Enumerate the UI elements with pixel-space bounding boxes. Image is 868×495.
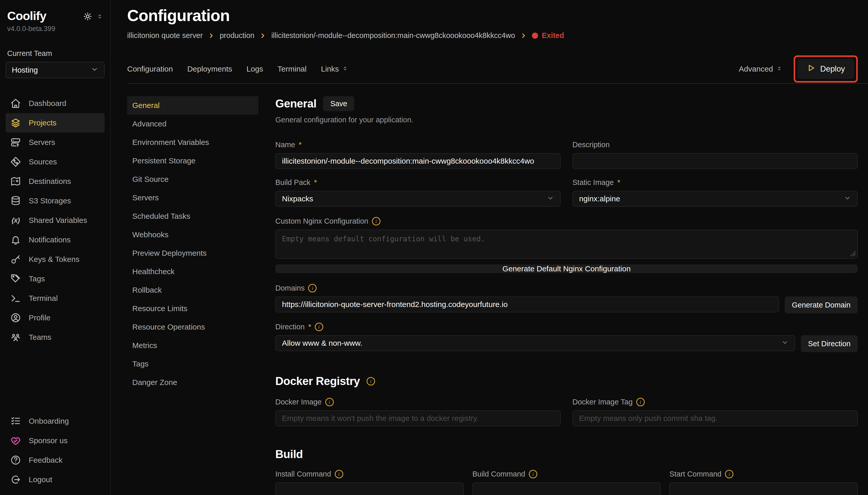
docker-image-tag-input[interactable]: [572, 410, 858, 426]
sidebar-item-notifications[interactable]: Notifications: [6, 230, 105, 250]
install-command-label: Install Command i: [275, 470, 464, 478]
name-input[interactable]: [275, 153, 561, 169]
sidebar-item-logout[interactable]: Logout: [6, 470, 105, 489]
subnav-item-git-source[interactable]: Git Source: [127, 170, 259, 188]
tab-deployments[interactable]: Deployments: [187, 65, 232, 73]
general-form: General Save General configuration for y…: [275, 96, 858, 495]
domains-field: Domains i Generate Domain: [275, 284, 858, 313]
subnav-item-environment-variables[interactable]: Environment Variables: [127, 133, 259, 152]
sidebar-item-sources[interactable]: Sources: [6, 152, 105, 172]
subnav-item-danger-zone[interactable]: Danger Zone: [127, 373, 259, 392]
server-icon: [10, 137, 21, 148]
subnav-item-metrics[interactable]: Metrics: [127, 336, 259, 355]
sidebar-item-label: Sponsor us: [29, 436, 68, 445]
sidebar-item-s3-storages[interactable]: S3 Storages: [6, 191, 105, 210]
sidebar-item-label: Keys & Tokens: [29, 255, 79, 264]
description-input[interactable]: [572, 153, 858, 169]
sidebar-item-destinations[interactable]: Destinations: [6, 172, 105, 191]
chevron-down-icon: [781, 339, 789, 348]
info-icon[interactable]: i: [308, 284, 317, 292]
app-root: Coolify v4.0.0-beta.399 Current Team Hos…: [0, 0, 868, 495]
install-command-input[interactable]: [275, 482, 464, 495]
required-asterisk: *: [299, 140, 301, 149]
chevron-down-icon: [547, 194, 554, 203]
custom-nginx-textarea[interactable]: [275, 229, 858, 259]
subnav-item-preview-deployments[interactable]: Preview Deployments: [127, 244, 259, 262]
status-text: Exited: [542, 31, 564, 40]
set-direction-button[interactable]: Set Direction: [801, 335, 858, 352]
subnav-item-advanced[interactable]: Advanced: [127, 115, 259, 133]
sidebar-item-feedback[interactable]: Feedback: [6, 450, 105, 470]
generate-nginx-button[interactable]: Generate Default Nginx Configuration: [275, 264, 858, 273]
info-icon[interactable]: i: [315, 323, 323, 331]
subnav-item-resource-limits[interactable]: Resource Limits: [127, 299, 259, 318]
database-icon: [10, 195, 21, 206]
subnav-item-rollback[interactable]: Rollback: [127, 281, 259, 299]
docker-image-input[interactable]: [275, 410, 561, 426]
sidebar-item-label: Feedback: [29, 456, 63, 464]
tab-logs[interactable]: Logs: [247, 65, 263, 73]
sidebar-item-shared-variables[interactable]: (x) Shared Variables: [6, 210, 105, 230]
subnav-item-scheduled-tasks[interactable]: Scheduled Tasks: [127, 207, 259, 225]
info-icon[interactable]: i: [335, 470, 343, 478]
team-select[interactable]: Hosting: [6, 62, 105, 78]
breadcrumb-application[interactable]: illicitestonion/-module--decomposition:m…: [271, 31, 515, 40]
build-pack-select[interactable]: Nixpacks: [275, 191, 561, 207]
users-icon: [10, 332, 21, 343]
sidebar-item-profile[interactable]: Profile: [6, 308, 105, 327]
info-icon[interactable]: i: [325, 398, 334, 406]
generate-domain-button[interactable]: Generate Domain: [785, 296, 858, 313]
start-command-input[interactable]: [669, 482, 858, 495]
sidebar-item-sponsor[interactable]: Sponsor us: [6, 431, 105, 450]
subnav-item-servers[interactable]: Servers: [127, 188, 259, 207]
direction-select[interactable]: Allow www & non-www.: [275, 335, 795, 351]
sidebar-item-onboarding[interactable]: Onboarding: [6, 411, 105, 431]
checklist-icon: [10, 416, 21, 427]
info-icon[interactable]: i: [636, 398, 645, 406]
description-label: Description: [572, 140, 858, 149]
breadcrumb-environment[interactable]: production: [220, 31, 254, 40]
bell-icon: [10, 235, 21, 245]
sidebar-item-tags[interactable]: Tags: [6, 269, 105, 289]
tab-terminal[interactable]: Terminal: [278, 65, 306, 73]
sidebar-item-label: Dashboard: [29, 99, 66, 108]
required-asterisk: *: [617, 178, 620, 187]
subnav-item-persistent-storage[interactable]: Persistent Storage: [127, 152, 259, 170]
sidebar-item-teams[interactable]: Teams: [6, 327, 105, 347]
sidebar-item-label: Tags: [29, 274, 45, 283]
info-icon[interactable]: i: [725, 470, 733, 478]
sidebar-item-servers[interactable]: Servers: [6, 133, 105, 152]
subnav-item-tags[interactable]: Tags: [127, 355, 259, 373]
tabs: Configuration Deployments Logs Terminal …: [127, 65, 348, 73]
sidebar-item-terminal[interactable]: Terminal: [6, 289, 105, 308]
domains-input[interactable]: [275, 296, 779, 312]
save-button[interactable]: Save: [323, 96, 354, 111]
info-icon[interactable]: i: [367, 377, 375, 386]
deploy-button[interactable]: Deploy: [797, 59, 854, 79]
theme-updown-icon[interactable]: [96, 13, 103, 20]
build-command-input[interactable]: [473, 482, 661, 495]
sidebar-item-projects[interactable]: Projects: [6, 113, 105, 133]
docker-image-field: Docker Image i: [275, 398, 561, 426]
heart-icon: [10, 435, 21, 446]
tab-links[interactable]: Links: [321, 65, 348, 73]
breadcrumb-separator-icon: [208, 32, 215, 39]
subnav-item-resource-operations[interactable]: Resource Operations: [127, 318, 259, 336]
subnav-item-webhooks[interactable]: Webhooks: [127, 225, 259, 244]
config-subnav: General Advanced Environment Variables P…: [127, 96, 259, 495]
sidebar-item-dashboard[interactable]: Dashboard: [6, 93, 105, 113]
static-image-select[interactable]: nginx:alpine: [572, 191, 858, 207]
sidebar-item-keys-tokens[interactable]: Keys & Tokens: [6, 250, 105, 269]
advanced-dropdown[interactable]: Advanced: [739, 65, 782, 73]
subnav-item-healthcheck[interactable]: Healthcheck: [127, 262, 259, 281]
breadcrumb: illicitonion quote server production ill…: [127, 31, 858, 40]
breadcrumb-project[interactable]: illicitonion quote server: [127, 31, 203, 40]
info-icon[interactable]: i: [529, 470, 537, 478]
tab-configuration[interactable]: Configuration: [127, 65, 173, 73]
sidebar-item-label: Destinations: [29, 177, 71, 186]
sun-icon[interactable]: [83, 12, 92, 21]
custom-nginx-label: Custom Nginx Configuration i: [275, 217, 858, 225]
subnav-item-general[interactable]: General: [127, 96, 259, 115]
sidebar-item-label: Profile: [29, 313, 51, 322]
info-icon[interactable]: i: [372, 217, 380, 225]
